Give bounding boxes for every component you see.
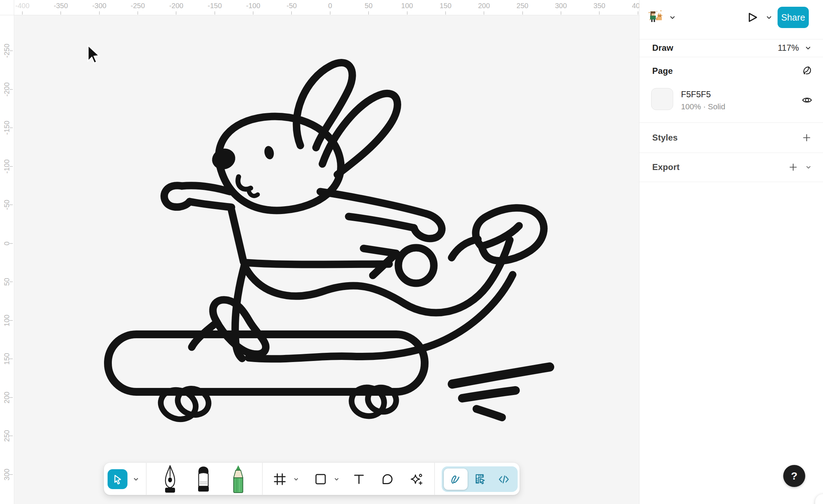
add-style-button[interactable] (801, 132, 812, 143)
select-tool-options-chevron[interactable] (130, 463, 142, 495)
rectangle-icon (314, 472, 327, 486)
figma-draw-app: -400-350-300-250-200-150-100-50050100150… (0, 0, 823, 504)
zoom-level[interactable]: 117% (778, 43, 799, 53)
ruler-tick (137, 11, 138, 15)
present-button[interactable] (745, 10, 760, 25)
text-icon (352, 472, 366, 486)
add-export-button[interactable] (787, 161, 799, 173)
export-options-chevron[interactable] (805, 163, 812, 171)
ruler-label: 200 (478, 2, 490, 10)
pencil-tool[interactable] (224, 463, 252, 495)
canvas[interactable] (14, 15, 639, 504)
ruler-tick (484, 11, 484, 15)
shape-tool[interactable] (312, 463, 329, 495)
page-styles-button[interactable] (800, 65, 812, 77)
shape-tool-chevron[interactable] (331, 463, 342, 495)
ruler-tick (368, 11, 369, 15)
ruler-tick (10, 127, 13, 128)
ruler-tick (445, 11, 446, 15)
ruler-tick (10, 50, 13, 51)
frame-tool-chevron[interactable] (291, 463, 301, 495)
share-button-label: Share (781, 12, 805, 23)
ruler-tick (214, 11, 215, 15)
page-fill-meta[interactable]: 100% · Solid (681, 102, 725, 111)
chevron-down-icon (132, 475, 140, 483)
ruler-left[interactable]: -250-200-150-100-50050100150200250300 (0, 15, 14, 504)
comment-tool[interactable] (378, 463, 396, 495)
chevron-down-icon (668, 13, 677, 22)
ruler-tick (10, 243, 13, 244)
ruler-tick (176, 11, 176, 15)
frame-icon (273, 472, 287, 486)
ruler-label: 150 (440, 2, 451, 10)
ruler-tick (10, 435, 13, 436)
ruler-tick (10, 204, 13, 205)
eye-icon (801, 94, 813, 106)
ruler-label: -300 (92, 2, 107, 10)
ruler-label: -50 (287, 2, 297, 10)
cursor-arrow-icon (111, 473, 124, 485)
ruler-label: 100 (401, 2, 413, 10)
mode-title: Draw (652, 43, 674, 53)
speech-bubble-icon (381, 472, 394, 486)
page-fill-swatch[interactable] (651, 88, 673, 110)
design-mode-button[interactable] (468, 469, 492, 490)
ruler-tick (22, 11, 23, 15)
squiggle-icon (449, 473, 462, 486)
question-mark: ? (791, 470, 797, 482)
ruler-label: -150 (208, 2, 222, 10)
user-avatar[interactable] (648, 10, 664, 25)
ruler-tick (10, 397, 13, 398)
ruler-tick (10, 89, 13, 90)
sparkle-icon (409, 472, 423, 486)
ruler-cursor-icon (473, 473, 486, 486)
ruler-top[interactable]: -400-350-300-250-200-150-100-50050100150… (14, 0, 639, 15)
ruler-tick (10, 281, 13, 282)
ruler-tick (522, 11, 523, 15)
ruler-tick (10, 358, 13, 359)
ruler-tick (407, 11, 408, 15)
ruler-label: 400 (632, 2, 639, 10)
share-button[interactable]: Share (778, 7, 809, 28)
chevron-down-icon (804, 44, 812, 52)
pen-tool[interactable] (156, 463, 184, 495)
avatar-menu-chevron[interactable] (668, 13, 677, 22)
draw-mode-button[interactable] (444, 469, 468, 490)
page-fill-visibility-toggle[interactable] (800, 93, 814, 107)
green-pencil-icon (230, 464, 246, 494)
help-button[interactable]: ? (783, 465, 805, 487)
ruler-tick (330, 11, 331, 15)
page-section-title: Page (652, 66, 673, 76)
ruler-tick (10, 474, 13, 475)
ruler-label: 350 (594, 2, 605, 10)
ruler-tick (99, 11, 100, 15)
ruler-tick (253, 11, 254, 15)
swatch-book-icon (800, 65, 812, 77)
zoom-menu-chevron[interactable] (804, 44, 812, 52)
avatar-pixel-art (648, 10, 664, 25)
ruler-label: 50 (365, 2, 372, 10)
select-tool[interactable] (108, 469, 127, 489)
fountain-pen-icon (162, 464, 178, 494)
export-section-title: Export (652, 162, 680, 172)
page-fill-hex[interactable]: F5F5F5 (681, 89, 711, 99)
brush-tool[interactable] (189, 463, 218, 495)
ruler-label: -400 (15, 2, 29, 10)
ruler-tick (291, 11, 292, 15)
ruler-label: -200 (169, 2, 183, 10)
dev-mode-button[interactable] (492, 469, 516, 490)
text-tool[interactable] (350, 463, 368, 495)
bunny-skateboard-drawing (14, 15, 639, 504)
ruler-label: 300 (555, 2, 567, 10)
ruler-tick (599, 11, 600, 15)
ai-actions-tool[interactable] (407, 463, 425, 495)
ruler-tick (10, 320, 13, 321)
chevron-down-icon (333, 476, 340, 483)
ruler-label: -100 (246, 2, 260, 10)
chevron-down-icon (765, 13, 773, 22)
frame-tool[interactable] (271, 463, 289, 495)
cursor-pointer-icon (88, 45, 99, 63)
ruler-label: -350 (54, 2, 68, 10)
properties-panel: Share Draw 117% Page (639, 0, 823, 504)
present-options-chevron[interactable] (764, 13, 774, 22)
